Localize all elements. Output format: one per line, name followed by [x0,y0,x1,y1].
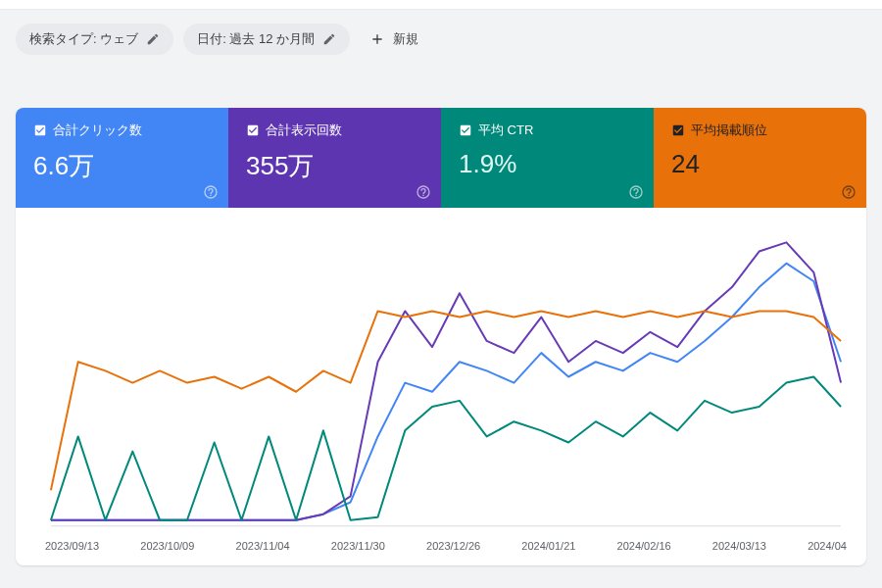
series-impressions [51,242,841,519]
help-icon[interactable] [416,184,431,200]
checkbox-checked-icon [671,123,685,137]
x-tick: 2023/11/04 [236,540,290,552]
help-icon[interactable] [628,184,644,200]
metric-position[interactable]: 平均掲載順位 24 [654,108,866,208]
checkbox-checked-icon [246,123,260,137]
search-type-label: 検索タイプ: ウェブ [29,30,138,48]
x-tick: 2023/10/09 [140,540,194,552]
metric-ctr-value: 1.9% [459,149,636,179]
metric-impressions-label: 合計表示回数 [266,122,342,139]
performance-card: 合計クリック数 6.6万 合計表示回数 355万 平均 CTR 1.9% 平 [16,108,866,565]
pencil-icon [322,32,336,46]
search-type-chip[interactable]: 検索タイプ: ウェブ [16,24,173,55]
metric-position-label: 平均掲載順位 [691,122,767,139]
metric-impressions-value: 355万 [246,149,423,183]
plus-icon [369,31,385,47]
top-divider [0,0,882,10]
x-tick: 2024/02/16 [617,540,671,552]
metric-tiles: 合計クリック数 6.6万 合計表示回数 355万 平均 CTR 1.9% 平 [16,108,866,208]
checkbox-checked-icon [33,123,47,137]
performance-line-chart [31,218,851,536]
metric-ctr[interactable]: 平均 CTR 1.9% [441,108,654,208]
metric-impressions[interactable]: 合計表示回数 355万 [228,108,441,208]
x-tick: 2024/01/21 [521,540,575,552]
series-clicks [51,264,841,520]
x-tick: 2023/11/30 [331,540,385,552]
checkbox-checked-icon [459,123,472,137]
metric-ctr-label: 平均 CTR [478,122,533,139]
metric-clicks-value: 6.6万 [33,149,211,183]
series-ctr [51,377,841,520]
x-tick: 2024/04 [808,540,847,552]
help-icon[interactable] [203,184,219,200]
metric-position-value: 24 [671,149,849,179]
metric-clicks[interactable]: 合計クリック数 6.6万 [16,108,228,208]
x-axis-labels: 2023/09/132023/10/092023/11/042023/11/30… [16,536,866,565]
add-filter-label: 新規 [393,30,418,48]
filter-row: 検索タイプ: ウェブ 日付: 過去 12 か月間 新規 [0,10,882,69]
chart-area [16,208,866,536]
help-icon[interactable] [841,184,857,200]
date-range-chip[interactable]: 日付: 過去 12 か月間 [183,24,350,55]
add-filter-button[interactable]: 新規 [360,24,428,54]
date-range-label: 日付: 過去 12 か月間 [197,30,315,48]
pencil-icon [146,32,160,46]
metric-clicks-label: 合計クリック数 [53,122,142,139]
x-tick: 2024/03/13 [712,540,766,552]
series-position [51,311,841,490]
x-tick: 2023/09/13 [45,540,99,552]
x-tick: 2023/12/26 [426,540,480,552]
